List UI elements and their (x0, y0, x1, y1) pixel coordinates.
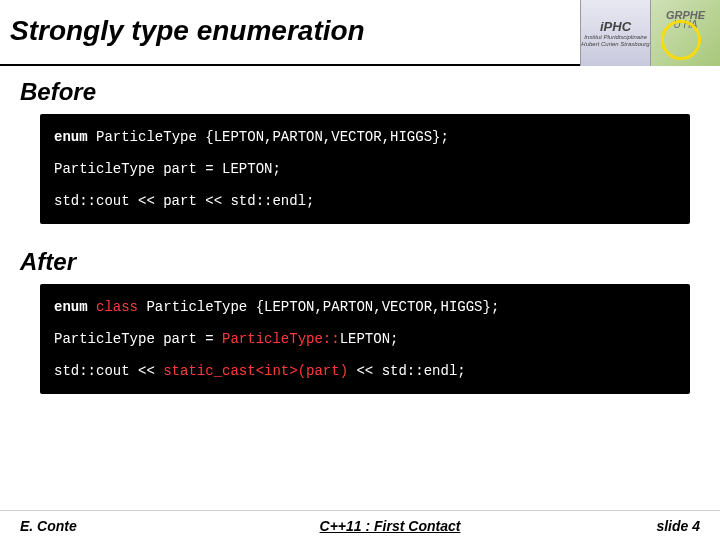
footer-title: C++11 : First Contact (160, 518, 620, 534)
code-line: ParticleType part = ParticleType::LEPTON… (54, 326, 676, 352)
hl-scope: ParticleType:: (222, 331, 340, 347)
logo-iphc-name: iPHC (600, 19, 631, 34)
footer-author: E. Conte (20, 518, 160, 534)
kw-enum: enum (54, 129, 96, 145)
hl-class: class (96, 299, 138, 315)
code-line: enum ParticleType {LEPTON,PARTON,VECTOR,… (54, 124, 676, 150)
ring-icon (661, 20, 701, 60)
logo-iphc: iPHC Institut Pluridisciplinaire Hubert … (580, 0, 650, 66)
after-code: enum class ParticleType {LEPTON,PARTON,V… (40, 284, 690, 394)
footer-slide: slide 4 (620, 518, 700, 534)
code-text: LEPTON; (340, 331, 399, 347)
title-bar: Strongly type enumeration iPHC Institut … (0, 0, 720, 66)
footer: E. Conte C++11 : First Contact slide 4 (0, 510, 720, 540)
code-text: ParticleType {LEPTON,PARTON,VECTOR,HIGGS… (138, 299, 499, 315)
before-label: Before (20, 78, 700, 106)
slide-title: Strongly type enumeration (10, 15, 365, 47)
logo-grphe: GRPHE U HA (650, 0, 720, 66)
code-line: ParticleType part = LEPTON; (54, 156, 676, 182)
logo-area: iPHC Institut Pluridisciplinaire Hubert … (580, 0, 720, 66)
after-label: After (20, 248, 700, 276)
code-text: std::cout << (54, 363, 163, 379)
code-text: ParticleType part = (54, 331, 222, 347)
kw-enum: enum (54, 299, 96, 315)
logo-iphc-sub: Institut Pluridisciplinaire Hubert Curie… (581, 34, 650, 48)
before-code: enum ParticleType {LEPTON,PARTON,VECTOR,… (40, 114, 690, 224)
code-text: << std::endl; (348, 363, 466, 379)
code-line: std::cout << part << std::endl; (54, 188, 676, 214)
code-text: ParticleType {LEPTON,PARTON,VECTOR,HIGGS… (96, 129, 449, 145)
code-line: std::cout << static_cast<int>(part) << s… (54, 358, 676, 384)
code-line: enum class ParticleType {LEPTON,PARTON,V… (54, 294, 676, 320)
content: Before enum ParticleType {LEPTON,PARTON,… (0, 66, 720, 394)
hl-cast: static_cast<int>(part) (163, 363, 348, 379)
